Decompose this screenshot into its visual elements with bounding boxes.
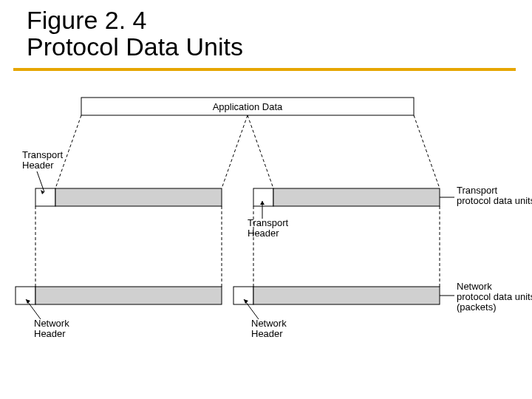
transport-header-label-left2: Header bbox=[22, 160, 54, 171]
network-header-label-left2: Header bbox=[34, 328, 66, 339]
transport-payload-right bbox=[273, 188, 440, 206]
application-data-label: Application Data bbox=[213, 101, 283, 112]
transport-payload-left bbox=[55, 188, 222, 206]
transport-header-label-right2: Header bbox=[248, 228, 279, 239]
network-header-label-left: Network bbox=[34, 318, 69, 329]
network-header-box-right bbox=[233, 287, 253, 304]
network-pdu-label3: (packets) bbox=[457, 301, 496, 313]
network-header-label-right2: Header bbox=[251, 328, 283, 339]
split-line bbox=[414, 115, 440, 188]
network-header-box-left bbox=[16, 287, 35, 304]
transport-header-label-left: Transport bbox=[22, 149, 64, 160]
network-payload-right bbox=[253, 287, 440, 304]
transport-header-box-left bbox=[35, 188, 55, 206]
split-line bbox=[222, 115, 248, 188]
network-pdu-label2: protocol data units bbox=[457, 291, 532, 302]
network-pdu-label1: Network bbox=[457, 281, 492, 292]
split-line bbox=[248, 115, 273, 188]
network-payload-left bbox=[35, 287, 222, 304]
transport-pdu-label2: protocol data units bbox=[457, 195, 532, 206]
network-header-label-right: Network bbox=[251, 318, 287, 329]
diagram-canvas: Application Data Transport Header Transp… bbox=[0, 0, 532, 399]
transport-pdu-label1: Transport bbox=[457, 185, 498, 196]
